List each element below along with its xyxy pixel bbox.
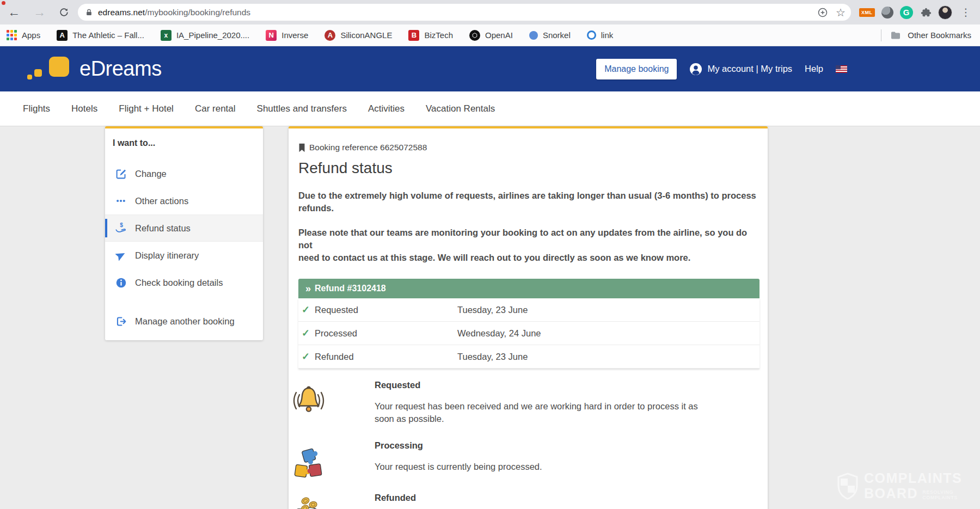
watermark-line1: COMPLAINTS [864,471,965,485]
my-account-link[interactable]: My account | My trips [689,63,792,76]
bookmark-label: SiliconANGLE [340,30,392,40]
coins-icon [296,496,324,509]
sidebar-item-label: Other actions [135,196,188,206]
send-icon [115,249,127,261]
refund-hand-icon: $ [115,222,127,234]
bookmark-item[interactable]: B BizTech [408,30,453,41]
bookmark-item[interactable]: A The Athletic – Fall... [57,30,144,41]
sidebar-item-label: Manage another booking [135,316,235,327]
extensions-puzzle-icon[interactable] [920,7,932,19]
status-legend: Requested Your request has been received… [298,380,759,509]
step-label: Processed [315,328,357,339]
tab-vacation-rentals[interactable]: Vacation Rentals [426,103,495,114]
sidebar-item-label: Display itinerary [135,250,199,261]
svg-text:$: $ [120,222,123,228]
sidebar-item-refund-status[interactable]: $ Refund status [105,214,263,242]
tab-activities[interactable]: Activities [368,103,405,114]
tab-flights[interactable]: Flights [23,103,50,114]
step-date: Wednesday, 24 June [457,328,541,339]
excel-favicon: x [161,30,171,41]
logo-dot-medium [34,69,42,77]
legend-refunded: Refunded Your refund has been processed … [298,493,759,509]
logout-icon [115,315,127,327]
xml-extension-icon[interactable]: XML [859,8,875,17]
edreams-logo[interactable]: eDreams [27,46,201,91]
tab-car-rental[interactable]: Car rental [195,103,236,114]
bookmark-label: OpenAI [485,30,513,40]
shield-icon [837,473,859,500]
browser-menu-icon[interactable]: ⋮ [961,6,971,19]
folder-icon [890,31,901,40]
url-host: edreams.net [98,8,145,17]
tab-flight-hotel[interactable]: Flight + Hotel [119,103,174,114]
tab-hotels[interactable]: Hotels [71,103,97,114]
help-link[interactable]: Help [805,64,823,74]
account-person-icon [689,63,702,76]
refund-header-bar: » Refund #3102418 [298,279,759,298]
step-label: Requested [315,305,358,315]
refund-row-requested: ✓ Requested Tuesday, 23 June [298,298,759,322]
apps-label: Apps [22,30,40,40]
manage-booking-button[interactable]: Manage booking [596,59,677,79]
notice-monitoring: Please note that our teams are monitorin… [298,226,759,264]
sidebar-item-manage-another[interactable]: Manage another booking [105,308,263,335]
athletic-favicon: A [57,30,68,41]
apps-grid-icon [7,30,17,40]
watermark-tagline: RESOLVING COMPLAINTS [922,489,965,500]
apps-shortcut[interactable]: Apps [7,30,40,40]
url-text[interactable]: edreams.net/mybooking/booking/refunds [98,8,817,17]
bell-icon [293,384,324,421]
sidebar-item-check-booking[interactable]: Check booking details [105,269,263,296]
legend-title: Processing [375,440,759,451]
zoom-page-icon[interactable] [817,7,828,18]
snorkel-favicon [529,31,538,40]
back-icon[interactable]: ← [8,6,20,19]
bookmark-item[interactable]: A SiliconANGLE [324,30,392,41]
record-indicator-dot [2,1,5,5]
notice-delays: Due to the extremely high volume of requ… [298,189,759,214]
reload-icon[interactable] [59,7,69,17]
other-bookmarks[interactable]: Other Bookmarks [908,30,971,40]
bookmark-label: link [601,30,614,40]
sidebar-item-change[interactable]: Change [105,160,263,187]
booking-reference-text: Booking reference 6625072588 [309,143,427,152]
browser-toolbar: ← → edreams.net/mybooking/booking/refund… [0,0,980,24]
puzzle-icon [293,447,324,482]
profile-avatar[interactable] [938,5,952,20]
bookmark-item[interactable]: x IA_Pipeline_2020.... [161,30,249,41]
legend-requested: Requested Your request has been received… [298,380,759,425]
bookmark-star-icon[interactable]: ☆ [836,7,846,18]
page-title: Refund status [298,160,759,177]
us-flag-icon[interactable] [836,65,847,73]
sidebar-item-label: Refund status [135,223,191,234]
bookmark-label: The Athletic – Fall... [72,30,144,40]
legend-text: Your request is currently being processe… [375,461,759,473]
bookmark-item[interactable]: N Inverse [266,30,308,41]
bookmarks-bar: Apps A The Athletic – Fall... x IA_Pipel… [0,24,980,46]
circle-extension-icon[interactable] [881,7,893,19]
grammarly-extension-icon[interactable]: G [900,6,913,19]
bookmark-ribbon-icon [298,143,305,152]
refund-steps-table: ✓ Requested Tuesday, 23 June ✓ Processed… [298,298,759,369]
double-chevron-icon: » [305,284,310,293]
bookmark-item[interactable]: link [587,30,614,40]
tab-shuttles[interactable]: Shuttles and transfers [257,103,347,114]
legend-text: Your request has been received and we ar… [375,400,759,425]
forward-icon[interactable]: → [33,6,46,19]
complaintsboard-watermark: COMPLAINTS BOARD RESOLVING COMPLAINTS [837,471,965,500]
sidebar-item-other-actions[interactable]: Other actions [105,187,263,214]
openai-favicon [469,30,480,41]
bookmark-label: Inverse [281,30,308,40]
account-label: My account | My trips [707,64,792,74]
sidebar-item-display-itinerary[interactable]: Display itinerary [105,242,263,269]
info-icon [115,277,127,289]
check-icon: ✓ [302,304,310,316]
sidebar-item-label: Check booking details [135,278,223,288]
biztech-favicon: B [408,30,419,41]
url-bar[interactable]: edreams.net/mybooking/booking/refunds ☆ [78,4,851,21]
bookmark-item[interactable]: OpenAI [469,30,513,41]
check-icon: ✓ [302,327,310,339]
link-favicon [587,30,596,40]
bookmark-item[interactable]: Snorkel [529,30,571,40]
step-date: Tuesday, 23 June [457,305,528,315]
